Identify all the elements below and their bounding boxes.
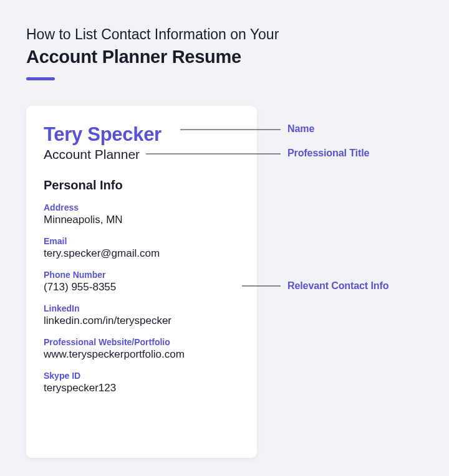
field-label-email: Email — [44, 236, 239, 246]
annotation-contact-info: Relevant Contact Info — [287, 280, 389, 292]
field-value-email: tery.specker@gmail.com — [44, 247, 239, 260]
field-linkedin: LinkedIn linkedin.com/in/teryspecker — [44, 303, 239, 327]
accent-underline — [26, 77, 55, 80]
heading-line-2: Account Planner Resume — [26, 45, 423, 69]
field-label-website: Professional Website/Portfolio — [44, 337, 239, 347]
field-value-skype: teryspecker123 — [44, 382, 239, 394]
field-phone: Phone Number (713) 955-8355 — [44, 270, 239, 293]
field-value-linkedin: linkedin.com/in/teryspecker — [44, 315, 239, 327]
card-name: Tery Specker — [44, 123, 239, 146]
annotation-professional-title: Professional Title — [287, 148, 369, 159]
resume-card: Tery Specker Account Planner Personal In… — [26, 106, 257, 458]
field-email: Email tery.specker@gmail.com — [44, 236, 239, 260]
card-professional-title: Account Planner — [44, 147, 239, 162]
field-label-phone: Phone Number — [44, 270, 239, 280]
field-label-linkedin: LinkedIn — [44, 303, 239, 313]
field-label-skype: Skype ID — [44, 371, 239, 381]
page-heading: How to List Contact Information on Your … — [26, 25, 423, 80]
field-skype: Skype ID teryspecker123 — [44, 371, 239, 394]
field-value-address: Minneapolis, MN — [44, 214, 239, 226]
field-value-phone: (713) 955-8355 — [44, 281, 239, 293]
field-label-address: Address — [44, 202, 239, 212]
card-section-heading: Personal Info — [44, 178, 239, 193]
field-website: Professional Website/Portfolio www.terys… — [44, 337, 239, 361]
heading-line-1: How to List Contact Information on Your — [26, 25, 423, 44]
field-value-website: www.teryspeckerportfolio.com — [44, 348, 239, 361]
field-address: Address Minneapolis, MN — [44, 202, 239, 226]
annotation-name: Name — [287, 123, 314, 135]
